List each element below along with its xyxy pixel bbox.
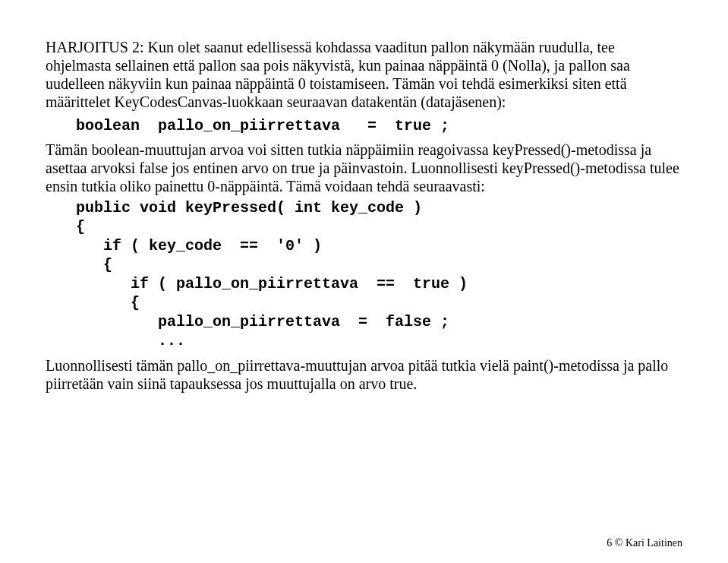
paragraph-1: HARJOITUS 2: Kun olet saanut edellisessä… <box>46 38 682 111</box>
paragraph-3: Luonnollisesti tämän pallo_on_piirrettav… <box>46 356 682 393</box>
page-footer: 6 © Kari Laitinen <box>607 537 682 549</box>
paragraph-2: Tämän boolean-muuttujan arvoa voi sitten… <box>46 141 682 195</box>
code-block-keypressed: public void keyPressed( int key_code ) {… <box>76 198 682 350</box>
code-line-declaration: boolean pallo_on_piirrettava = true ; <box>76 117 682 134</box>
